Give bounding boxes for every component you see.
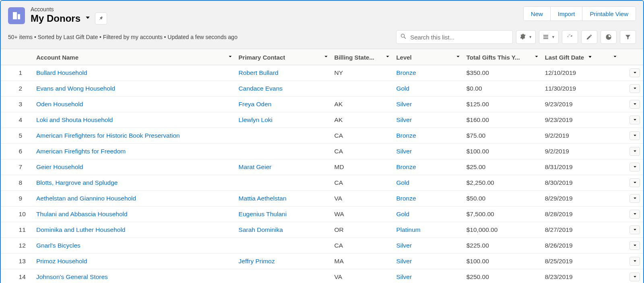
col-account-name[interactable]: Account Name (33, 49, 235, 65)
row-action-menu-button[interactable] (630, 225, 640, 234)
row-select-cell[interactable] (1, 222, 10, 238)
account-name-cell: Gnarl's Bicycles (33, 238, 235, 253)
level-link[interactable]: Gold (396, 211, 409, 217)
col-level[interactable]: Level (393, 49, 463, 65)
primary-contact-cell (235, 269, 331, 283)
level-link[interactable]: Gold (396, 179, 409, 186)
account-link[interactable]: Johnson's General Stores (36, 273, 108, 280)
row-select-cell[interactable] (1, 206, 10, 222)
row-action-menu-button[interactable] (630, 194, 640, 203)
printable-view-button[interactable]: Printable View (582, 7, 636, 21)
account-link[interactable]: Primoz Household (36, 258, 87, 264)
account-link[interactable]: Bullard Household (36, 69, 87, 76)
contact-link[interactable]: Llewlyn Loki (239, 116, 272, 123)
level-link[interactable]: Silver (396, 273, 412, 280)
level-link[interactable]: Bronze (396, 195, 416, 202)
level-link[interactable]: Gold (396, 85, 409, 92)
new-button[interactable]: New (524, 7, 550, 21)
level-link[interactable]: Bronze (396, 163, 416, 170)
row-action-menu-button[interactable] (630, 178, 640, 187)
level-link[interactable]: Platinum (396, 226, 420, 233)
account-link[interactable]: Thulani and Abbascia Household (36, 211, 128, 217)
import-button[interactable]: Import (550, 7, 582, 21)
level-link[interactable]: Silver (396, 258, 412, 264)
level-cell: Silver (393, 253, 463, 269)
contact-link[interactable]: Candace Evans (239, 85, 283, 92)
row-action-menu-button[interactable] (630, 210, 640, 219)
contact-link[interactable]: Mattia Aethelstan (239, 195, 287, 202)
table-row: 10Thulani and Abbascia HouseholdEugenius… (1, 206, 643, 222)
row-action-menu-button[interactable] (630, 116, 640, 124)
row-action-menu-button[interactable] (630, 131, 640, 140)
filter-button[interactable] (620, 30, 636, 44)
contact-link[interactable]: Jeffry Primoz (239, 258, 275, 264)
contact-link[interactable]: Freya Oden (239, 101, 272, 107)
row-action-menu-button[interactable] (630, 257, 640, 266)
chevron-down-icon[interactable] (323, 54, 329, 60)
row-select-cell[interactable] (1, 112, 10, 128)
contact-link[interactable]: Robert Bullard (239, 69, 279, 76)
level-link[interactable]: Bronze (396, 132, 416, 139)
row-action-menu-button[interactable] (630, 241, 640, 250)
row-actions-cell (620, 112, 644, 128)
list-view-switcher[interactable]: My Donors (31, 12, 107, 25)
account-name-cell: American Firefighters for Historic Book … (33, 128, 235, 143)
chevron-down-icon[interactable] (385, 54, 390, 60)
table-row: 1Bullard HouseholdRobert BullardNYBronze… (1, 65, 643, 81)
row-select-cell[interactable] (1, 253, 10, 269)
account-link[interactable]: Dominika and Luther Household (36, 226, 125, 233)
account-link[interactable]: Oden Household (36, 101, 83, 107)
col-last-gift-date[interactable]: Last Gift Date (542, 49, 620, 65)
row-select-cell[interactable] (1, 96, 10, 112)
chevron-down-icon[interactable] (455, 54, 461, 60)
edit-list-button[interactable] (581, 30, 597, 44)
level-link[interactable]: Silver (396, 116, 412, 123)
account-link[interactable]: Gnarl's Bicycles (36, 242, 80, 249)
chart-button[interactable] (601, 30, 617, 44)
row-select-cell[interactable] (1, 81, 10, 96)
row-action-menu-button[interactable] (630, 68, 640, 77)
chevron-down-icon[interactable] (534, 54, 539, 60)
account-link[interactable]: Evans and Wong Household (36, 85, 115, 92)
row-action-menu-button[interactable] (630, 100, 640, 109)
contact-link[interactable]: Sarah Dominika (239, 226, 283, 233)
caret-down-icon (85, 14, 91, 23)
row-action-menu-button[interactable] (630, 273, 640, 281)
row-select-cell[interactable] (1, 65, 10, 81)
chevron-down-icon[interactable] (227, 54, 233, 60)
level-link[interactable]: Silver (396, 148, 412, 155)
row-select-cell[interactable] (1, 128, 10, 143)
col-total-gifts[interactable]: Total Gifts This Y... (463, 49, 542, 65)
row-select-cell[interactable] (1, 143, 10, 159)
col-billing-state[interactable]: Billing State... (331, 49, 393, 65)
row-select-cell[interactable] (1, 190, 10, 206)
account-link[interactable]: Geier Household (36, 163, 83, 170)
contact-link[interactable]: Eugenius Thulani (239, 211, 287, 217)
row-select-cell[interactable] (1, 175, 10, 190)
col-primary-contact[interactable]: Primary Contact (235, 49, 331, 65)
display-as-button[interactable]: ▼ (539, 30, 559, 44)
row-select-cell[interactable] (1, 269, 10, 283)
account-link[interactable]: Aethelstan and Giannino Household (36, 195, 136, 202)
level-link[interactable]: Bronze (396, 69, 416, 76)
account-link[interactable]: Loki and Shouta Household (36, 116, 113, 123)
level-link[interactable]: Silver (396, 242, 412, 249)
row-action-menu-button[interactable] (630, 84, 640, 93)
account-link[interactable]: Blotts, Hargrove and Spludge (36, 179, 118, 186)
row-action-menu-button[interactable] (630, 147, 640, 156)
chevron-down-icon[interactable] (612, 54, 618, 60)
row-action-menu-button[interactable] (630, 163, 640, 171)
row-select-cell[interactable] (1, 159, 10, 175)
refresh-button[interactable] (562, 30, 578, 44)
account-name-cell: Geier Household (33, 159, 235, 175)
row-select-cell[interactable] (1, 238, 10, 253)
level-link[interactable]: Silver (396, 101, 412, 107)
row-number: 2 (10, 81, 33, 96)
contact-link[interactable]: Marat Geier (239, 163, 272, 170)
search-input[interactable] (396, 30, 513, 44)
pin-list-button[interactable] (95, 12, 107, 25)
account-link[interactable]: American Firefights for Freedom (36, 148, 126, 155)
svg-line-1 (404, 37, 406, 39)
account-link[interactable]: American Firefighters for Historic Book … (36, 132, 180, 139)
list-view-controls-button[interactable]: ▼ (516, 30, 536, 44)
